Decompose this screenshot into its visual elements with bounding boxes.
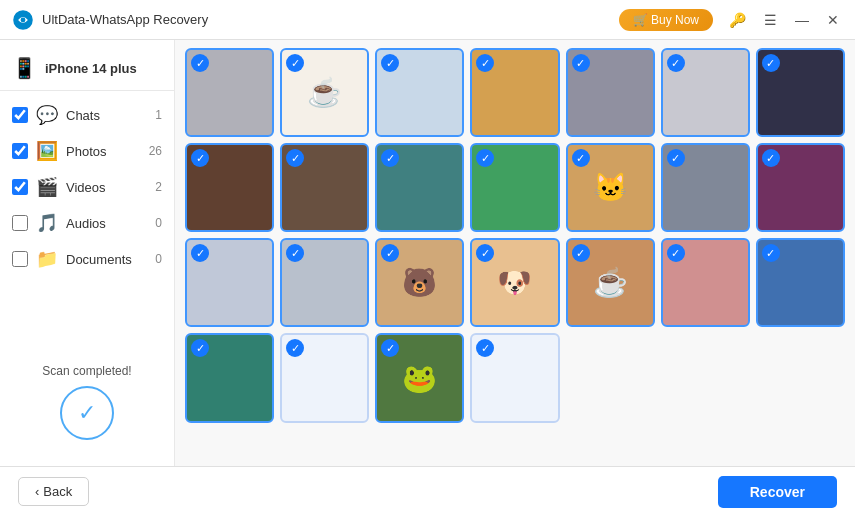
back-chevron-icon: ‹ — [35, 484, 39, 499]
photo-cell[interactable]: ✓ — [661, 48, 750, 137]
videos-checkbox[interactable] — [12, 179, 28, 195]
content-area: ✓ ✓ ☕ ✓ ✓ ✓ ✓ ✓ — [175, 40, 855, 466]
photo-check: ✓ — [286, 149, 304, 167]
photo-check: ✓ — [191, 54, 209, 72]
photo-check: ✓ — [762, 149, 780, 167]
photo-check: ✓ — [381, 54, 399, 72]
photo-cell[interactable]: ✓ 🐱 — [566, 143, 655, 232]
photo-cell[interactable]: ✓ — [375, 48, 464, 137]
photo-check: ✓ — [286, 339, 304, 357]
photo-grid: ✓ ✓ ☕ ✓ ✓ ✓ ✓ ✓ — [185, 48, 845, 423]
chats-icon: 💬 — [36, 104, 58, 126]
photo-cell[interactable]: ✓ — [756, 48, 845, 137]
recover-button[interactable]: Recover — [718, 476, 837, 508]
photo-check: ✓ — [667, 244, 685, 262]
main-layout: 📱 iPhone 14 plus 💬 Chats 1 🖼️ Photos 26 … — [0, 40, 855, 466]
photo-check: ✓ — [286, 244, 304, 262]
window-controls: 🔑 ☰ — ✕ — [725, 10, 843, 30]
bottom-bar: ‹ Back Recover — [0, 466, 855, 516]
audios-checkbox[interactable] — [12, 215, 28, 231]
photo-cell[interactable]: ✓ — [756, 238, 845, 327]
device-header: 📱 iPhone 14 plus — [0, 50, 174, 90]
documents-icon: 📁 — [36, 248, 58, 270]
photo-check: ✓ — [762, 244, 780, 262]
close-icon[interactable]: ✕ — [823, 10, 843, 30]
sidebar: 📱 iPhone 14 plus 💬 Chats 1 🖼️ Photos 26 … — [0, 40, 175, 466]
scan-status-text: Scan completed! — [42, 364, 131, 378]
photo-check: ✓ — [572, 244, 590, 262]
photos-icon: 🖼️ — [36, 140, 58, 162]
photo-cell[interactable]: ✓ — [756, 143, 845, 232]
audios-count: 0 — [146, 216, 162, 230]
photos-count: 26 — [146, 144, 162, 158]
videos-icon: 🎬 — [36, 176, 58, 198]
videos-count: 2 — [146, 180, 162, 194]
photo-check: ✓ — [476, 54, 494, 72]
photo-cell[interactable]: ✓ 🐶 — [470, 238, 559, 327]
photo-cell[interactable]: ✓ — [470, 333, 559, 422]
title-bar: UltData-WhatsApp Recovery 🛒 Buy Now 🔑 ☰ … — [0, 0, 855, 40]
photo-check: ✓ — [667, 149, 685, 167]
sidebar-item-documents[interactable]: 📁 Documents 0 — [0, 241, 174, 277]
photo-cell[interactable]: ✓ — [185, 333, 274, 422]
documents-count: 0 — [146, 252, 162, 266]
minimize-icon[interactable]: — — [791, 10, 813, 30]
sidebar-item-audios[interactable]: 🎵 Audios 0 — [0, 205, 174, 241]
photo-check: ✓ — [191, 149, 209, 167]
device-icon: 📱 — [12, 56, 37, 80]
sidebar-item-photos[interactable]: 🖼️ Photos 26 — [0, 133, 174, 169]
photo-cell[interactable]: ✓ — [470, 143, 559, 232]
photo-cell[interactable]: ✓ — [185, 238, 274, 327]
app-logo — [12, 9, 34, 31]
photo-cell[interactable]: ✓ — [661, 143, 750, 232]
videos-label: Videos — [66, 180, 138, 195]
photo-cell[interactable]: ✓ — [470, 48, 559, 137]
photo-cell[interactable]: ✓ 🐸 — [375, 333, 464, 422]
photo-check: ✓ — [191, 244, 209, 262]
buy-now-button[interactable]: 🛒 Buy Now — [619, 9, 713, 31]
photo-cell[interactable]: ✓ — [566, 48, 655, 137]
device-name: iPhone 14 plus — [45, 61, 137, 76]
photo-cell[interactable]: ✓ — [280, 143, 369, 232]
photo-check: ✓ — [762, 54, 780, 72]
photos-label: Photos — [66, 144, 138, 159]
svg-point-1 — [21, 17, 26, 22]
chats-checkbox[interactable] — [12, 107, 28, 123]
photo-check: ✓ — [572, 149, 590, 167]
audios-label: Audios — [66, 216, 138, 231]
photo-cell[interactable]: ✓ 🐻 — [375, 238, 464, 327]
photo-cell[interactable]: ✓ — [280, 333, 369, 422]
photo-cell[interactable]: ✓ ☕ — [280, 48, 369, 137]
scan-complete-icon: ✓ — [60, 386, 114, 440]
photo-check: ✓ — [381, 149, 399, 167]
photo-cell[interactable]: ✓ — [375, 143, 464, 232]
photo-cell[interactable]: ✓ — [280, 238, 369, 327]
chats-label: Chats — [66, 108, 138, 123]
key-icon[interactable]: 🔑 — [725, 10, 750, 30]
back-label: Back — [43, 484, 72, 499]
photo-cell[interactable]: ✓ ☕ — [566, 238, 655, 327]
sidebar-item-chats[interactable]: 💬 Chats 1 — [0, 97, 174, 133]
back-button[interactable]: ‹ Back — [18, 477, 89, 506]
chats-count: 1 — [146, 108, 162, 122]
documents-label: Documents — [66, 252, 138, 267]
photo-check: ✓ — [191, 339, 209, 357]
photos-checkbox[interactable] — [12, 143, 28, 159]
photo-grid-container[interactable]: ✓ ✓ ☕ ✓ ✓ ✓ ✓ ✓ — [175, 40, 855, 466]
photo-cell[interactable]: ✓ — [185, 48, 274, 137]
scan-status: Scan completed! ✓ — [0, 348, 174, 456]
audios-icon: 🎵 — [36, 212, 58, 234]
sidebar-divider — [0, 90, 174, 91]
sidebar-item-videos[interactable]: 🎬 Videos 2 — [0, 169, 174, 205]
photo-check: ✓ — [476, 149, 494, 167]
photo-cell[interactable]: ✓ — [661, 238, 750, 327]
photo-check: ✓ — [667, 54, 685, 72]
photo-cell[interactable]: ✓ — [185, 143, 274, 232]
documents-checkbox[interactable] — [12, 251, 28, 267]
menu-icon[interactable]: ☰ — [760, 10, 781, 30]
app-title: UltData-WhatsApp Recovery — [42, 12, 619, 27]
photo-check: ✓ — [476, 339, 494, 357]
photo-check: ✓ — [572, 54, 590, 72]
